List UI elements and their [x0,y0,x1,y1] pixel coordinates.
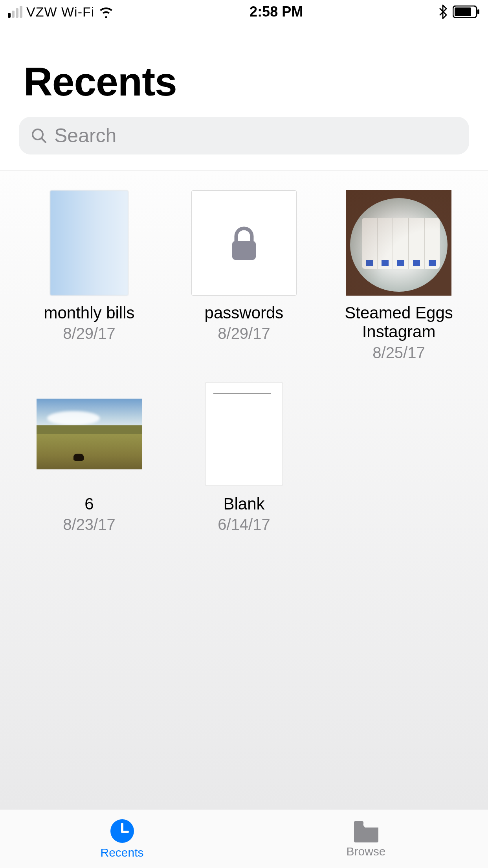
file-item-blank[interactable]: Blank 6/14/17 [167,381,321,533]
file-date: 8/29/17 [63,325,115,342]
file-date: 8/25/17 [372,344,425,362]
svg-rect-7 [354,821,363,825]
file-name: Steamed Eggs Instagram [328,303,470,342]
tab-label: Browse [346,845,385,858]
file-date: 8/23/17 [63,516,115,533]
file-name: passwords [205,303,284,322]
document-thumbnail [205,382,283,486]
search-icon [31,127,47,144]
svg-rect-2 [477,9,479,14]
search-input[interactable] [54,124,457,147]
file-date: 6/14/17 [218,516,270,533]
page-title: Recents [24,59,464,105]
carrier-label: VZW Wi-Fi [26,4,94,20]
cell-signal-icon [8,6,22,18]
battery-icon [453,6,480,18]
tab-recents[interactable]: Recents [0,809,244,868]
file-item-passwords[interactable]: passwords 8/29/17 [167,190,321,362]
file-name: 6 [84,495,94,513]
file-date: 8/29/17 [218,325,270,342]
file-grid: monthly bills 8/29/17 passwords 8/29/17 [0,170,488,809]
tab-browse[interactable]: Browse [244,809,488,868]
photo-thumbnail [346,190,451,296]
search-bar[interactable] [19,117,469,154]
status-bar: VZW Wi-Fi 2:58 PM [0,0,488,24]
folder-icon [352,820,380,842]
tab-label: Recents [100,846,143,859]
file-item-6[interactable]: 6 8/23/17 [12,381,167,533]
file-name: Blank [223,495,264,513]
photo-thumbnail [37,399,142,469]
tab-bar: Recents Browse [0,809,488,868]
status-time: 2:58 PM [250,4,303,20]
bluetooth-icon [438,4,447,19]
file-name: monthly bills [44,303,134,322]
svg-rect-1 [455,7,471,16]
file-item-steamed-eggs[interactable]: Steamed Eggs Instagram 8/25/17 [321,190,476,362]
lock-icon [226,223,262,263]
clock-icon [110,818,135,844]
svg-line-4 [42,138,46,142]
document-thumbnail [50,190,128,296]
header: Recents [0,24,488,117]
wifi-icon [98,6,114,18]
locked-thumbnail [191,190,297,296]
svg-rect-5 [232,241,256,260]
file-item-monthly-bills[interactable]: monthly bills 8/29/17 [12,190,167,362]
